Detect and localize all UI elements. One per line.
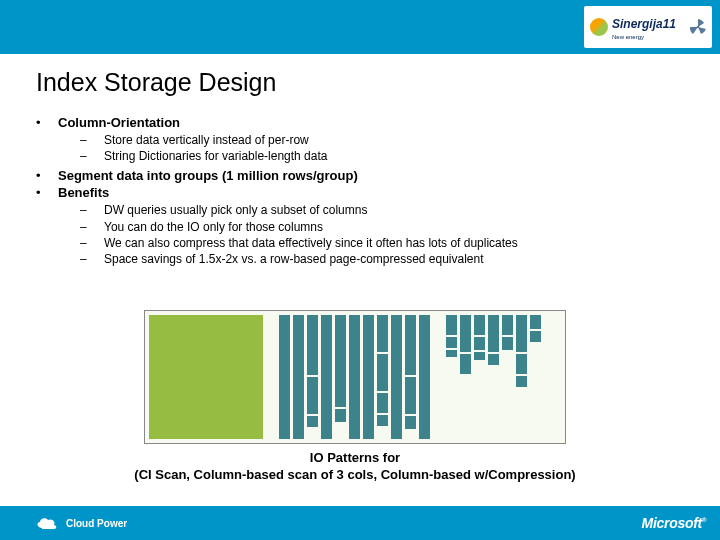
bullet-item: •Benefits — [36, 185, 700, 200]
bullet-item: •Column-Orientation — [36, 115, 700, 130]
event-logo: Sinergija11 New energy — [584, 6, 712, 48]
logo-brand: Sinergija11 — [612, 17, 676, 31]
bullet-item: •Segment data into groups (1 million row… — [36, 168, 700, 183]
column-scan-group — [279, 315, 430, 439]
slide-title: Index Storage Design — [36, 68, 700, 97]
slide-content: Index Storage Design •Column-Orientation… — [36, 68, 700, 271]
microsoft-logo: Microsoft® — [642, 515, 706, 531]
sub-bullet-list: –Store data vertically instead of per-ro… — [80, 132, 700, 164]
io-patterns-diagram — [144, 310, 566, 444]
sub-bullet-item: –String Dictionaries for variable-length… — [80, 148, 700, 164]
windmill-icon — [688, 17, 708, 37]
header-bar: Sinergija11 New energy — [0, 0, 720, 54]
cloud-icon — [34, 514, 60, 532]
logo-swirl-icon — [590, 18, 608, 36]
ci-scan-block — [149, 315, 263, 439]
compressed-scan-group — [446, 315, 541, 439]
sub-bullet-item: –DW queries usually pick only a subset o… — [80, 202, 700, 218]
svg-point-0 — [697, 26, 700, 29]
diagram-caption: IO Patterns for (CI Scan, Column-based s… — [130, 450, 580, 484]
logo-tagline: New energy — [612, 34, 676, 40]
sub-bullet-item: –We can also compress that data effectiv… — [80, 235, 700, 251]
cloud-power-badge: Cloud Power — [34, 514, 127, 532]
cloud-power-label: Cloud Power — [66, 518, 127, 529]
sub-bullet-item: –You can do the IO only for those column… — [80, 219, 700, 235]
sub-bullet-item: –Store data vertically instead of per-ro… — [80, 132, 700, 148]
bullet-list: •Column-Orientation –Store data vertical… — [36, 115, 700, 267]
sub-bullet-list: –DW queries usually pick only a subset o… — [80, 202, 700, 267]
footer-bar: Cloud Power Microsoft® — [0, 506, 720, 540]
sub-bullet-item: –Space savings of 1.5x-2x vs. a row-base… — [80, 251, 700, 267]
